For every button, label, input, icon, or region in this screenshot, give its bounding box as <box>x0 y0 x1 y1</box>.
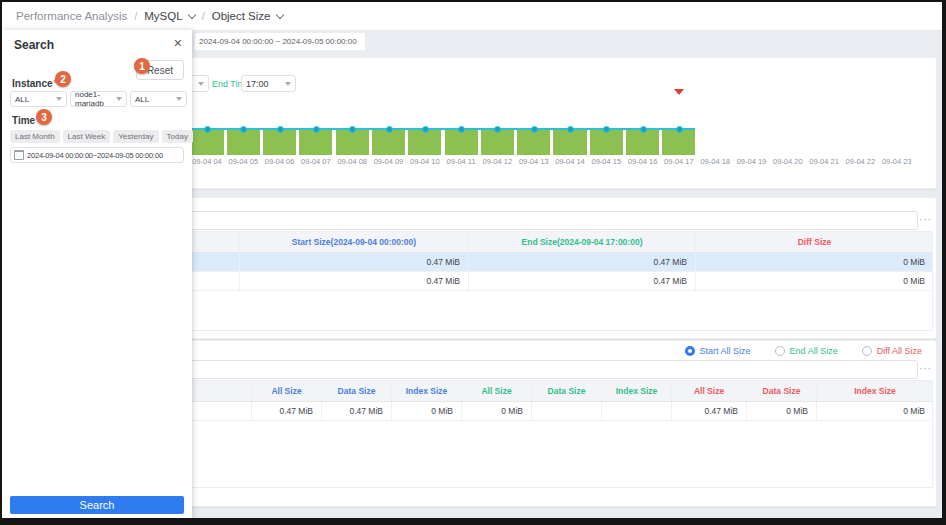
table-header-cell: All Size <box>462 381 532 401</box>
chart-bar[interactable] <box>662 130 695 155</box>
table-cell: 0.47 MiB <box>469 253 696 271</box>
radio-selected-icon <box>685 346 695 356</box>
radio-label: End All Size <box>790 346 838 356</box>
chart-dot <box>313 126 320 133</box>
table-cell: 0.47 MiB <box>672 402 747 420</box>
objects-more-button[interactable]: ··· <box>919 363 932 374</box>
chart-bar[interactable] <box>372 130 405 155</box>
quick-range-chips: Last MonthLast WeekYesterdayToday <box>10 130 193 143</box>
select-value: ALL <box>135 95 149 104</box>
search-button[interactable]: Search <box>10 496 184 514</box>
radio-diff-all-size[interactable]: Diff All Size <box>862 346 922 356</box>
quick-range-last-month[interactable]: Last Month <box>10 130 60 143</box>
chart-dot <box>422 126 429 133</box>
required-mark: * <box>54 78 58 89</box>
select-value: node1-mariadb <box>75 90 112 108</box>
table-cell: 0 MiB <box>817 402 933 420</box>
quick-range-yesterday[interactable]: Yesterday <box>113 130 158 143</box>
breadcrumb-separator: / <box>134 10 137 22</box>
quick-range-last-week[interactable]: Last Week <box>63 130 111 143</box>
quick-range-today[interactable]: Today <box>162 130 193 143</box>
table-header-cell: Index Size <box>392 381 462 401</box>
breadcrumb-bar: Performance Analysis/MySQL/Object Size <box>2 2 942 31</box>
table-header-cell: End Size(2024-09-04 17:00:00) <box>469 232 696 252</box>
instance-select-2[interactable]: ALL <box>130 91 187 107</box>
alert-marker-icon <box>674 89 684 95</box>
chart-bar[interactable] <box>336 130 369 155</box>
chart-bar[interactable] <box>445 130 478 155</box>
chart-dot <box>567 126 574 133</box>
chart-bar[interactable] <box>626 130 659 155</box>
table-cell: 0 MiB <box>392 402 462 420</box>
table-cell <box>602 402 672 420</box>
table-header-cell: Data Size <box>747 381 817 401</box>
breadcrumb-label: MySQL <box>144 10 182 22</box>
radio-label: Diff All Size <box>877 346 922 356</box>
chart-dot <box>676 126 683 133</box>
table-header-cell: Data Size <box>532 381 602 401</box>
app-window: Performance Analysis/MySQL/Object Size 2… <box>0 0 946 525</box>
calendar-icon <box>14 150 24 160</box>
time-range-value: 2024-09-04 00:00:00~2024-09-05 00:00:00 <box>27 151 163 160</box>
close-icon[interactable]: × <box>174 35 182 51</box>
table-header-cell: All Size <box>252 381 322 401</box>
radio-icon <box>862 346 872 356</box>
chart-bar[interactable] <box>517 130 550 155</box>
table-cell: 0 MiB <box>747 402 817 420</box>
table-cell: 0.47 MiB <box>469 272 696 290</box>
table-header-cell: Start Size(2024-09-04 00:00:00) <box>240 232 469 252</box>
table-cell: 0.47 MiB <box>252 402 322 420</box>
header-date-range: 2024-09-04 00:00:00 ~ 2024-09-05 00:00:0… <box>195 33 365 50</box>
instance-label-text: Instance <box>12 78 53 89</box>
chart-bar[interactable] <box>263 130 296 155</box>
table-header-cell: Index Size <box>817 381 933 401</box>
x-axis-label: 09-04 23 <box>875 157 919 166</box>
instance-select-1[interactable]: node1-mariadb <box>70 91 127 107</box>
chart-bar[interactable] <box>408 130 441 155</box>
chart-bar[interactable] <box>190 130 223 155</box>
chart-dot <box>640 126 647 133</box>
chart-bar[interactable] <box>590 130 623 155</box>
chart-dot <box>386 126 393 133</box>
chevron-down-icon <box>187 10 195 18</box>
chart-bar[interactable] <box>553 130 586 155</box>
table-cell: 0 MiB <box>462 402 532 420</box>
table-header-cell: Diff Size <box>696 232 933 252</box>
table-cell <box>532 402 602 420</box>
chart-dot <box>531 126 538 133</box>
table-cell: 0 MiB <box>696 272 933 290</box>
required-mark: * <box>36 115 40 126</box>
instance-select-0[interactable]: ALL <box>10 91 67 107</box>
radio-end-all-size[interactable]: End All Size <box>775 346 838 356</box>
search-panel: Search × Reset 1 2 3 Instance* ALLnode1-… <box>2 30 192 519</box>
radio-icon <box>775 346 785 356</box>
summary-more-button[interactable]: ··· <box>919 214 932 225</box>
chart-bar[interactable] <box>227 130 260 155</box>
breadcrumb-item-performance-analysis[interactable]: Performance Analysis <box>16 10 127 22</box>
time-label: Time* <box>12 115 40 126</box>
radio-label: Start All Size <box>700 346 751 356</box>
chevron-down-icon <box>176 97 182 101</box>
step-badge-1: 1 <box>134 58 150 74</box>
chevron-down-icon <box>116 97 122 101</box>
time-range-input[interactable]: 2024-09-04 00:00:00~2024-09-05 00:00:00 <box>10 147 184 163</box>
search-panel-title: Search <box>14 38 54 52</box>
breadcrumb: Performance Analysis/MySQL/Object Size <box>16 10 283 22</box>
chevron-down-icon <box>275 10 283 18</box>
breadcrumb-item-object-size[interactable]: Object Size <box>212 10 283 22</box>
size-mode-radio-group: Start All SizeEnd All SizeDiff All Size <box>685 346 922 356</box>
table-cell: 0.47 MiB <box>240 253 469 271</box>
time-label-text: Time <box>12 115 35 126</box>
table-header-cell: Index Size <box>602 381 672 401</box>
select-value: ALL <box>15 95 29 104</box>
breadcrumb-item-mysql[interactable]: MySQL <box>144 10 194 22</box>
chart-bar[interactable] <box>299 130 332 155</box>
chart-dot <box>277 126 284 133</box>
table-cell: 0 MiB <box>696 253 933 271</box>
table-header-cell: All Size <box>672 381 747 401</box>
breadcrumb-label: Object Size <box>212 10 271 22</box>
chart-bar[interactable] <box>481 130 514 155</box>
table-cell: 0.47 MiB <box>240 272 469 290</box>
radio-start-all-size[interactable]: Start All Size <box>685 346 751 356</box>
breadcrumb-label: Performance Analysis <box>16 10 127 22</box>
